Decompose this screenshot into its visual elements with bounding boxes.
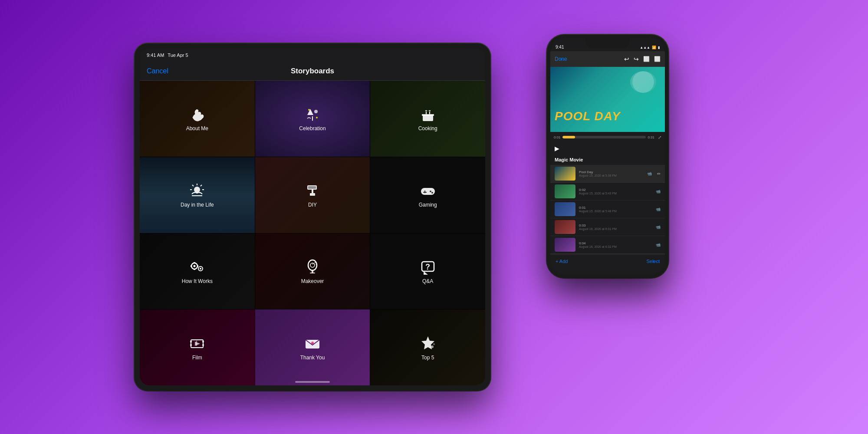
svg-point-3	[308, 109, 310, 111]
envelope-icon	[304, 335, 321, 352]
video-item-3[interactable]: 0:01 August 15, 2020 at 5:48 PM 📹	[550, 201, 665, 218]
select-button[interactable]: Select	[646, 259, 660, 264]
video-title-4: 0:03	[579, 224, 652, 227]
svg-rect-20	[423, 192, 427, 193]
cooking-label: Cooking	[418, 125, 437, 132]
video-preview: POOL DAY	[550, 67, 665, 132]
svg-rect-6	[422, 114, 434, 116]
signal-icon: ▲▲▲	[640, 46, 650, 49]
battery-icon: ▮	[658, 46, 660, 49]
film-icon	[188, 335, 206, 352]
video-timeline[interactable]: 0:01 0:31 ⤢	[550, 132, 665, 142]
video-info-3: 0:01 August 15, 2020 at 5:48 PM	[579, 206, 652, 213]
svg-text:?: ?	[425, 263, 430, 271]
film-label: Film	[192, 355, 202, 361]
timeline-progress	[562, 136, 575, 138]
ipad-status-bar: 9:41 AM Tue Apr 5	[140, 49, 485, 62]
grid-cell-top5[interactable]: Top 5	[370, 309, 485, 385]
svg-point-51	[431, 345, 434, 348]
svg-point-1	[314, 110, 318, 113]
grid-cell-thank-you[interactable]: Thank You	[255, 309, 370, 385]
gears-icon	[188, 258, 206, 276]
grid-cell-film[interactable]: Film	[140, 309, 255, 385]
grid-cell-qa[interactable]: ? Q&A	[370, 233, 485, 309]
top5-label: Top 5	[421, 355, 434, 361]
svg-point-52	[433, 343, 435, 345]
video-info-2: 0:02 August 15, 2020 at 5:43 PM	[579, 188, 652, 195]
gaming-label: Gaming	[419, 202, 437, 208]
sun-icon	[188, 182, 206, 199]
done-button[interactable]: Done	[555, 56, 567, 62]
svg-rect-17	[310, 193, 315, 196]
svg-point-4	[316, 117, 318, 118]
svg-rect-18	[421, 188, 435, 195]
video-camera-icon-4: 📹	[656, 225, 661, 229]
video-item-5[interactable]: 0:04 August 16, 2020 at 6:32 PM 📹	[550, 236, 665, 254]
grid-cell-makeover[interactable]: Makeover	[255, 233, 370, 309]
svg-point-21	[430, 191, 431, 192]
grid-cell-about-me[interactable]: About Me	[140, 81, 255, 157]
mirror-icon	[304, 258, 321, 276]
grid-cell-cooking[interactable]: Cooking	[370, 81, 485, 157]
fullscreen-icon[interactable]: ⤢	[658, 135, 661, 140]
cancel-button[interactable]: Cancel	[147, 67, 168, 75]
time-end: 0:31	[648, 135, 654, 139]
video-item-1[interactable]: Pool Day August 15, 2020 at 5:36 PM 📹 ✏	[550, 165, 665, 183]
undo-icon[interactable]: ↩	[624, 56, 629, 62]
video-camera-icon-1: 📹	[647, 171, 652, 176]
video-title-2: 0:02	[579, 188, 652, 192]
svg-point-31	[308, 260, 317, 270]
ipad-home-indicator	[295, 381, 330, 383]
day-in-life-label: Day in the Life	[181, 202, 214, 208]
ipad-nav-bar: Cancel Storyboards	[140, 62, 485, 81]
video-title-1: Pool Day	[579, 170, 644, 174]
redo-icon[interactable]: ↪	[634, 56, 639, 62]
confetti-icon	[304, 105, 321, 123]
grid-cell-celebration[interactable]: Celebration	[255, 81, 370, 157]
star-icon	[419, 335, 437, 352]
timeline-bar	[562, 136, 646, 138]
video-thumb-1	[555, 167, 575, 181]
pool-day-title: POOL DAY	[555, 109, 621, 123]
svg-rect-30	[197, 265, 198, 267]
video-title-5: 0:04	[579, 241, 652, 245]
svg-point-24	[194, 265, 196, 267]
video-item-2[interactable]: 0:02 August 15, 2020 at 5:43 PM 📹	[550, 183, 665, 201]
wave-icon	[188, 105, 206, 123]
grid-cell-day-in-life[interactable]: Day in the Life	[140, 157, 255, 233]
play-controls: ▶	[550, 142, 665, 155]
magic-movie-title: Magic Movie	[555, 157, 661, 162]
svg-point-32	[310, 263, 315, 267]
ipad-screen: 9:41 AM Tue Apr 5 Cancel Storyboards Abo…	[140, 49, 485, 385]
add-button[interactable]: + Add	[556, 259, 568, 264]
storyboards-title: Storyboards	[291, 67, 334, 76]
export-icon[interactable]: ⬜	[643, 56, 650, 62]
grid-cell-how-it-works[interactable]: How It Works	[140, 233, 255, 309]
video-item-4[interactable]: 0:03 August 16, 2020 at 6:31 PM 📹	[550, 218, 665, 236]
svg-point-49	[311, 342, 314, 344]
svg-point-22	[431, 192, 433, 194]
grid-cell-diy[interactable]: DIY	[255, 157, 370, 233]
about-me-label: About Me	[186, 125, 208, 132]
svg-rect-28	[194, 269, 195, 270]
makeover-label: Makeover	[301, 278, 324, 284]
ipad-device: 9:41 AM Tue Apr 5 Cancel Storyboards Abo…	[135, 43, 490, 391]
gamepad-icon	[419, 182, 437, 199]
svg-point-36	[314, 262, 316, 263]
svg-point-7	[194, 187, 200, 193]
iphone-notch	[586, 38, 629, 49]
video-thumb-4	[555, 220, 575, 234]
roller-icon	[304, 182, 321, 199]
celebration-label: Celebration	[299, 125, 326, 132]
edit-icon-1[interactable]: ✏	[657, 171, 661, 176]
play-button[interactable]: ▶	[555, 145, 559, 152]
video-date-2: August 15, 2020 at 5:43 PM	[579, 192, 652, 195]
video-date-3: August 15, 2020 at 5:48 PM	[579, 210, 652, 213]
svg-point-26	[200, 268, 201, 270]
video-thumb-2	[555, 184, 575, 198]
svg-rect-27	[194, 262, 195, 263]
grid-cell-gaming[interactable]: Gaming	[370, 157, 485, 233]
iphone-nav-bar: Done ↩ ↪ ⬜ ⬜	[550, 51, 665, 67]
ipad-time: 9:41 AM	[147, 53, 164, 58]
menu-icon[interactable]: ⬜	[654, 56, 661, 62]
